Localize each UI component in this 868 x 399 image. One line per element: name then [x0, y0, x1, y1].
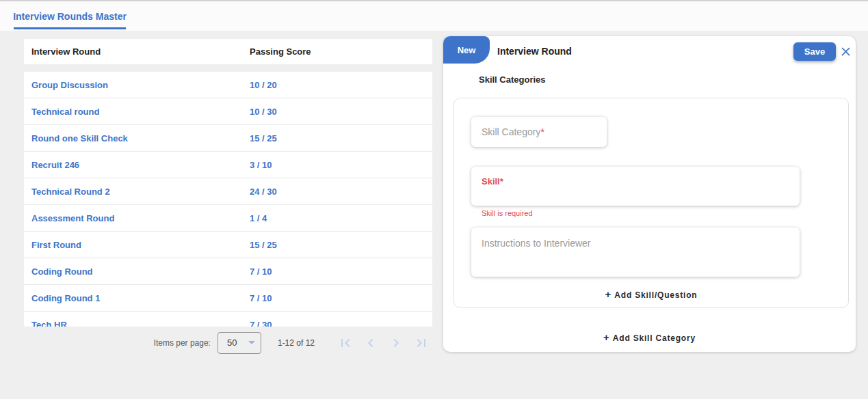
round-name-link[interactable]: Group Discussion [24, 80, 250, 90]
add-skill-question-label: Add Skill/Question [614, 290, 697, 300]
table-row[interactable]: Technical Round 2 24 / 30 [24, 178, 432, 205]
passing-score-value: 3 / 10 [250, 160, 272, 170]
table-row[interactable]: Assessment Round 1 / 4 [24, 205, 432, 232]
first-page-button[interactable] [337, 335, 354, 351]
passing-score-value: 7 / 10 [250, 266, 272, 277]
panel-title: Interview Round [497, 46, 572, 57]
passing-score-value: 10 / 30 [250, 107, 277, 117]
first-page-icon [337, 335, 354, 351]
skill-categories-heading: Skill Categories [479, 74, 546, 85]
close-icon [839, 44, 853, 59]
table-row[interactable]: Coding Round 1 7 / 10 [24, 285, 432, 312]
instructions-placeholder: Instructions to Interviewer [482, 238, 591, 249]
passing-score-value: 7 / 10 [250, 293, 272, 303]
items-per-page-label: Items per page: [154, 338, 211, 348]
table-row[interactable]: Round one Skill Check 15 / 25 [24, 125, 432, 152]
table-paginator: Items per page: 50 1-12 of 12 [24, 327, 432, 359]
add-skill-question-button[interactable]: +Add Skill/Question [454, 288, 848, 300]
required-asterisk: * [540, 126, 544, 137]
save-button[interactable]: Save [793, 42, 836, 61]
table-row[interactable]: Tech HR 7 / 30 [24, 312, 432, 327]
tab-interview-rounds-master[interactable]: Interview Rounds Master [14, 1, 126, 31]
instructions-input[interactable]: Instructions to Interviewer [471, 228, 800, 277]
table-header: Interview Round Passing Score [24, 39, 432, 64]
table-row[interactable]: Group Discussion 10 / 20 [24, 72, 432, 98]
skill-category-placeholder: Skill Category [482, 126, 540, 137]
round-name-link[interactable]: Assessment Round [24, 213, 250, 223]
new-record-badge: New [443, 36, 490, 64]
last-page-button[interactable] [413, 335, 430, 351]
round-name-link[interactable]: Coding Round 1 [24, 293, 250, 303]
table-row[interactable]: Technical round 10 / 30 [24, 98, 432, 125]
top-tab-bar: Interview Rounds Master [0, 0, 868, 31]
round-name-link[interactable]: Technical round [24, 107, 250, 117]
round-name-link[interactable]: Coding Round [24, 266, 250, 277]
passing-score-value: 1 / 4 [250, 213, 267, 223]
skill-input[interactable]: Skill* [471, 167, 800, 206]
plus-icon: + [603, 331, 609, 343]
passing-score-value: 15 / 25 [250, 133, 277, 143]
column-header-interview-round: Interview Round [24, 46, 250, 57]
close-panel-button[interactable] [839, 44, 853, 59]
interview-rounds-page: Interview Rounds Master Interview Round … [0, 0, 868, 399]
add-skill-category-label: Add Skill Category [613, 333, 696, 343]
items-per-page-select[interactable]: 50 [218, 332, 261, 354]
round-name-link[interactable]: First Round [24, 240, 250, 250]
skill-error-message: Skill is required [482, 209, 533, 217]
skill-field-label: Skill [482, 176, 500, 187]
column-header-passing-score: Passing Score [250, 46, 311, 57]
add-skill-category-button[interactable]: +Add Skill Category [443, 331, 856, 343]
passing-score-value: 7 / 30 [250, 320, 272, 327]
page-range-label: 1-12 of 12 [278, 338, 315, 348]
passing-score-value: 10 / 20 [250, 80, 277, 90]
last-page-icon [413, 335, 430, 351]
items-per-page-value: 50 [227, 338, 237, 348]
dropdown-arrow-icon [248, 341, 255, 344]
round-name-link[interactable]: Round one Skill Check [24, 133, 250, 143]
table-row[interactable]: Recruit 246 3 / 10 [24, 152, 432, 178]
chevron-right-icon [388, 335, 404, 351]
previous-page-button[interactable] [363, 335, 379, 351]
next-page-button[interactable] [388, 335, 404, 351]
chevron-left-icon [363, 335, 379, 351]
table-row[interactable]: Coding Round 7 / 10 [24, 258, 432, 285]
round-name-link[interactable]: Tech HR [24, 320, 250, 327]
required-asterisk: * [500, 176, 503, 187]
skill-category-group: Skill Category* Skill* Skill is required… [453, 98, 849, 308]
round-name-link[interactable]: Technical Round 2 [24, 187, 250, 197]
interview-round-detail-panel: New Interview Round Save Skill Categorie… [443, 36, 856, 352]
skill-category-input[interactable]: Skill Category* [471, 117, 607, 147]
table-row[interactable]: First Round 15 / 25 [24, 232, 432, 258]
passing-score-value: 15 / 25 [250, 240, 277, 250]
active-tab-underline [14, 27, 126, 29]
tab-label: Interview Rounds Master [13, 11, 127, 22]
passing-score-value: 24 / 30 [250, 187, 277, 197]
round-name-link[interactable]: Recruit 246 [24, 160, 250, 170]
plus-icon: + [605, 288, 611, 300]
interview-rounds-table: Group Discussion 10 / 20 Technical round… [24, 72, 432, 327]
